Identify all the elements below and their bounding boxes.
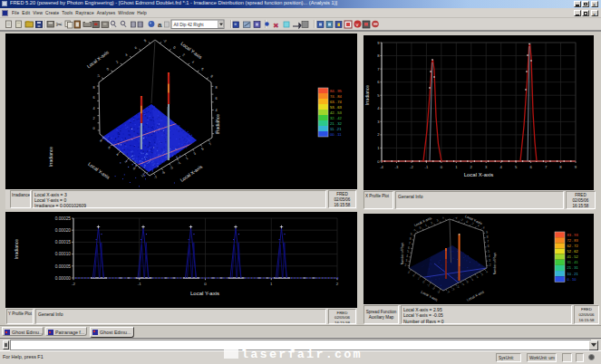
svg-text:0: 0: [466, 220, 470, 224]
svg-text:0 . 10: 0 . 10: [567, 277, 577, 282]
svg-text:21 . 31: 21 . 31: [567, 265, 579, 270]
svg-text:8: 8: [92, 86, 94, 90]
svg-text:4: 4: [216, 109, 218, 112]
svg-text:6: 6: [200, 67, 204, 71]
svg-text:All Dip 42 Right: All Dip 42 Right: [174, 23, 205, 27]
svg-text:4: 4: [92, 107, 94, 110]
svg-text:4: 4: [485, 270, 489, 273]
svg-text:6: 6: [92, 96, 94, 100]
svg-text:-4: -4: [454, 216, 458, 220]
svg-text:0.00000: 0.00000: [55, 276, 72, 281]
svg-text:84. .95: 84. .95: [330, 89, 342, 93]
svg-text:5: 5: [488, 250, 490, 254]
svg-text:6: 6: [488, 244, 490, 248]
svg-text:5: 5: [407, 250, 409, 254]
svg-text:3: 3: [485, 165, 488, 169]
svg-text:-1: -1: [138, 282, 141, 286]
svg-text:Local X-axis: Local X-axis: [86, 49, 111, 69]
svg-text:8: 8: [487, 235, 489, 239]
svg-text:52 . 62: 52 . 62: [567, 249, 579, 254]
svg-text:6: 6: [377, 80, 380, 84]
svg-text:-2: -2: [410, 165, 413, 169]
svg-text:Local X-axis: Local X-axis: [464, 172, 494, 177]
svg-text:6: 6: [107, 146, 111, 149]
svg-text:✖: ✖: [273, 22, 279, 30]
svg-text:3: 3: [377, 120, 380, 124]
svg-text:63. .74: 63. .74: [330, 100, 342, 104]
svg-text:6: 6: [134, 46, 138, 50]
svg-text:1: 1: [377, 146, 380, 150]
svg-text:9: 9: [486, 231, 488, 235]
svg-text:5: 5: [515, 165, 518, 169]
svg-text:11. .21: 11. .21: [330, 127, 342, 131]
svg-text:0.00005: 0.00005: [55, 264, 72, 269]
svg-text:-2: -2: [431, 286, 436, 291]
svg-text:8: 8: [143, 39, 147, 43]
svg-text:2: 2: [431, 221, 434, 225]
svg-text:2: 2: [471, 222, 475, 225]
svg-text:-2: -2: [456, 284, 460, 289]
svg-text:4: 4: [377, 106, 380, 110]
svg-text:0: 0: [377, 159, 380, 164]
svg-text:62 . 72: 62 . 72: [567, 244, 579, 248]
svg-text:0: 0: [172, 46, 176, 50]
svg-text:-2: -2: [140, 173, 144, 177]
svg-text:2: 2: [377, 132, 380, 137]
svg-text:53. .63: 53. .63: [330, 105, 342, 110]
svg-text:41 . 52: 41 . 52: [567, 254, 579, 259]
svg-text:2: 2: [490, 263, 491, 267]
svg-text:1: 1: [185, 157, 189, 160]
svg-text:31 . 41: 31 . 41: [567, 260, 579, 264]
svg-text:-1: -1: [412, 228, 416, 233]
svg-text:2: 2: [405, 263, 407, 267]
svg-text:8: 8: [216, 86, 218, 90]
svg-text:7: 7: [487, 240, 489, 244]
svg-text:0: 0: [204, 282, 207, 286]
svg-text:-1: -1: [426, 283, 431, 288]
svg-text:Irradiance: Irradiance: [48, 147, 53, 167]
svg-text:4: 4: [441, 216, 445, 220]
svg-text:2: 2: [412, 273, 416, 277]
svg-text:7: 7: [409, 242, 411, 245]
svg-text:10 . 21: 10 . 21: [567, 272, 579, 276]
svg-text:2: 2: [115, 60, 119, 63]
svg-text:2: 2: [124, 159, 128, 163]
svg-text:1: 1: [455, 165, 458, 169]
svg-text:Local Y-axis: Local Y-axis: [87, 161, 111, 180]
svg-text:0: 0: [132, 167, 136, 170]
svg-text:2: 2: [336, 282, 339, 286]
svg-text:9: 9: [377, 41, 380, 45]
svg-text:Number of Rays: Number of Rays: [493, 252, 497, 274]
svg-text:-2: -2: [162, 39, 167, 43]
svg-text:8: 8: [410, 237, 412, 241]
svg-text:6: 6: [482, 225, 486, 229]
svg-text:Number of Rays: Number of Rays: [401, 242, 404, 264]
svg-text:-1: -1: [177, 161, 181, 166]
svg-text:72 . 83: 72 . 83: [567, 238, 579, 243]
svg-text:6: 6: [529, 165, 532, 169]
svg-text:9: 9: [411, 233, 412, 236]
svg-text:Local X-axis: Local X-axis: [466, 290, 484, 302]
svg-text:0.00010: 0.00010: [55, 252, 72, 256]
svg-text:6: 6: [216, 97, 218, 101]
svg-text:1: 1: [270, 282, 273, 286]
svg-text:3: 3: [193, 152, 197, 156]
svg-text:4: 4: [191, 60, 195, 63]
svg-text:-5: -5: [161, 170, 166, 175]
svg-text:1: 1: [417, 277, 421, 281]
svg-text:5: 5: [200, 147, 204, 150]
svg-text:8: 8: [559, 165, 562, 169]
svg-text:-2: -2: [72, 282, 75, 286]
svg-text:v: v: [356, 22, 359, 27]
svg-text:4: 4: [406, 254, 408, 258]
svg-text:-2: -2: [460, 217, 463, 222]
svg-text:2: 2: [476, 275, 480, 279]
svg-text:Local Y-axis: Local Y-axis: [190, 291, 219, 296]
svg-text:-3: -3: [436, 290, 441, 294]
svg-text:8: 8: [99, 139, 102, 142]
svg-text:Irradiance: Irradiance: [364, 85, 370, 105]
svg-text:00. .11: 00. .11: [330, 132, 342, 137]
svg-text:0.00020: 0.00020: [55, 228, 72, 233]
svg-text:74. .84: 74. .84: [330, 94, 342, 99]
svg-text:Local X-axis: Local X-axis: [179, 164, 204, 183]
